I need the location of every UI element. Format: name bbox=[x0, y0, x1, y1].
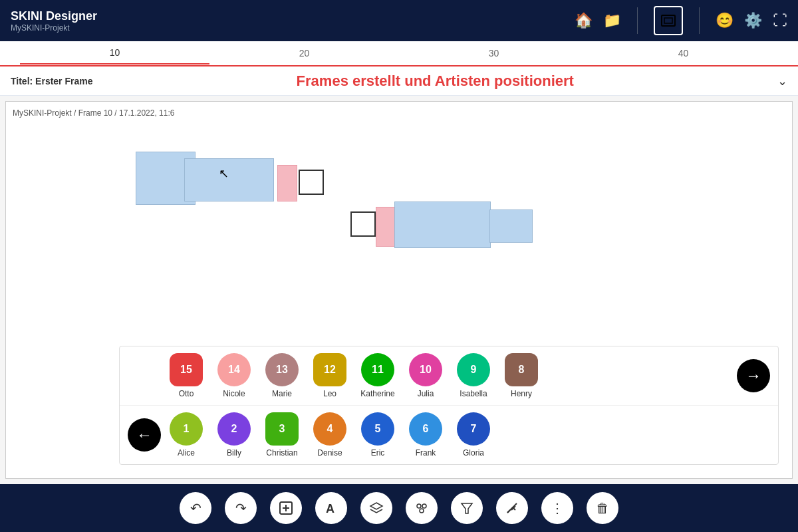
main-area: MySKINI-Projekt / Frame 10 / 17.1.2022, … bbox=[0, 96, 798, 484]
artist-name-katherine: Katherine bbox=[360, 389, 394, 398]
stage-shape-2 bbox=[184, 158, 274, 201]
artist-name-isabella: Isabella bbox=[460, 389, 487, 398]
artist-name-marie: Marie bbox=[272, 389, 292, 398]
canvas-path: MySKINI-Projekt / Frame 10 / 17.1.2022, … bbox=[13, 108, 174, 118]
screen-icon[interactable] bbox=[654, 6, 683, 35]
fullscreen-icon[interactable]: ⛶ bbox=[773, 12, 787, 29]
svg-marker-6 bbox=[370, 503, 382, 509]
artist-circle-isabella[interactable]: 9 bbox=[457, 353, 490, 386]
svg-point-8 bbox=[422, 504, 426, 508]
canvas: MySKINI-Projekt / Frame 10 / 17.1.2022, … bbox=[5, 101, 793, 479]
home-icon[interactable]: 🏠 bbox=[575, 12, 593, 29]
text-button[interactable]: A bbox=[315, 492, 347, 524]
frame-title-value: Erster Frame bbox=[35, 76, 92, 86]
artist-name-nicole: Nicole bbox=[223, 389, 245, 398]
filter-button[interactable] bbox=[451, 492, 483, 524]
artist-billy[interactable]: 2Billy bbox=[211, 412, 257, 458]
artist-grid: 15Otto14Nicole13Marie12Leo11Katherine10J… bbox=[119, 346, 779, 465]
stage-shape-6 bbox=[376, 207, 396, 247]
artist-circle-katherine[interactable]: 11 bbox=[361, 353, 394, 386]
artist-name-alice: Alice bbox=[178, 448, 195, 458]
next-page-button[interactable]: → bbox=[737, 359, 770, 392]
artist-name-julia: Julia bbox=[418, 389, 434, 398]
artist-name-leo: Leo bbox=[323, 389, 336, 398]
app-title: SKINI Designer bbox=[11, 9, 575, 23]
artist-eric[interactable]: 5Eric bbox=[355, 412, 400, 458]
chevron-down-icon[interactable]: ⌄ bbox=[777, 74, 787, 88]
face-icon[interactable]: 😊 bbox=[716, 12, 733, 29]
artist-denise[interactable]: 4Denise bbox=[307, 412, 352, 458]
artist-name-eric: Eric bbox=[371, 448, 385, 458]
delete-button[interactable]: 🗑 bbox=[587, 492, 618, 524]
separator bbox=[637, 7, 638, 34]
undo-button[interactable]: ↶ bbox=[180, 492, 211, 524]
group-button[interactable] bbox=[406, 492, 438, 524]
more-button[interactable]: ⋮ bbox=[541, 492, 573, 524]
prev-page-button[interactable]: ← bbox=[128, 418, 161, 452]
artist-circle-julia[interactable]: 10 bbox=[409, 353, 442, 386]
timeline-10[interactable]: 10 bbox=[20, 42, 209, 65]
artist-circle-henry[interactable]: 8 bbox=[505, 353, 538, 386]
svg-text:A: A bbox=[326, 502, 334, 515]
timeline-40[interactable]: 40 bbox=[589, 43, 778, 64]
title-bar: Titel: Erster Frame Frames erstellt und … bbox=[0, 66, 798, 96]
stage-shape-5 bbox=[350, 211, 376, 237]
artist-row-1: 15Otto14Nicole13Marie12Leo11Katherine10J… bbox=[120, 346, 778, 406]
svg-line-13 bbox=[507, 510, 510, 513]
artist-christian[interactable]: 3Christian bbox=[259, 412, 305, 458]
bottom-toolbar: ↶ ↷ A ⋮ 🗑 bbox=[0, 484, 798, 532]
artist-name-gloria: Gloria bbox=[463, 448, 484, 458]
artist-circle-eric[interactable]: 5 bbox=[361, 412, 394, 446]
artist-name-billy: Billy bbox=[227, 448, 241, 458]
artist-circle-christian[interactable]: 3 bbox=[265, 412, 299, 446]
svg-line-12 bbox=[514, 503, 517, 506]
header: SKINI Designer MySKINI-Projekt 🏠 📁 😊 ⚙️ … bbox=[0, 0, 798, 41]
svg-point-7 bbox=[417, 504, 421, 508]
artist-henry[interactable]: 8Henry bbox=[499, 353, 544, 398]
add-frame-button[interactable] bbox=[270, 492, 302, 524]
artist-circle-denise[interactable]: 4 bbox=[313, 412, 346, 446]
layers-button[interactable] bbox=[360, 492, 392, 524]
stage-shape-3 bbox=[277, 165, 297, 201]
artist-circle-otto[interactable]: 15 bbox=[170, 353, 203, 386]
redo-button[interactable]: ↷ bbox=[225, 492, 257, 524]
artist-name-henry: Henry bbox=[511, 389, 532, 398]
artist-name-otto: Otto bbox=[179, 389, 194, 398]
svg-marker-10 bbox=[462, 503, 472, 513]
project-subtitle: MySKINI-Projekt bbox=[11, 23, 575, 33]
artist-leo[interactable]: 12Leo bbox=[307, 353, 352, 398]
artist-circle-alice[interactable]: 1 bbox=[170, 412, 203, 446]
frame-comment: Frames erstellt und Artisten positionier… bbox=[92, 72, 777, 90]
svg-rect-0 bbox=[662, 15, 675, 26]
timeline: 10 20 30 40 bbox=[0, 41, 798, 66]
artist-gloria[interactable]: 7Gloria bbox=[451, 412, 496, 458]
artist-julia[interactable]: 10Julia bbox=[403, 353, 448, 398]
header-icons: 🏠 📁 😊 ⚙️ ⛶ bbox=[575, 6, 787, 35]
timeline-20[interactable]: 20 bbox=[209, 43, 399, 64]
timeline-30[interactable]: 30 bbox=[399, 43, 589, 64]
stage-shape-7 bbox=[394, 201, 491, 248]
artist-circle-gloria[interactable]: 7 bbox=[457, 412, 490, 446]
settings-icon[interactable]: ⚙️ bbox=[744, 12, 762, 29]
artist-isabella[interactable]: 9Isabella bbox=[451, 353, 496, 398]
artist-circle-billy[interactable]: 2 bbox=[217, 412, 251, 446]
artist-otto[interactable]: 15Otto bbox=[164, 353, 209, 398]
artist-katherine[interactable]: 11Katherine bbox=[355, 353, 400, 398]
artist-marie[interactable]: 13Marie bbox=[259, 353, 305, 398]
folder-icon[interactable]: 📁 bbox=[603, 12, 621, 29]
stage-area: ↖ bbox=[6, 128, 792, 374]
separator2 bbox=[699, 7, 700, 34]
artist-alice[interactable]: 1Alice bbox=[164, 412, 209, 458]
brand: SKINI Designer MySKINI-Projekt bbox=[11, 9, 575, 33]
artist-circle-marie[interactable]: 13 bbox=[265, 353, 299, 386]
artist-circle-nicole[interactable]: 14 bbox=[217, 353, 251, 386]
svg-point-9 bbox=[420, 509, 424, 513]
artist-frank[interactable]: 6Frank bbox=[403, 412, 448, 458]
tools-button[interactable] bbox=[496, 492, 528, 524]
artist-circle-frank[interactable]: 6 bbox=[409, 412, 442, 446]
artist-circle-leo[interactable]: 12 bbox=[313, 353, 346, 386]
frame-title-label: Titel: Erster Frame bbox=[11, 76, 92, 86]
artist-nicole[interactable]: 14Nicole bbox=[211, 353, 257, 398]
artist-name-christian: Christian bbox=[266, 448, 297, 458]
titel-word: Titel: bbox=[11, 76, 33, 86]
